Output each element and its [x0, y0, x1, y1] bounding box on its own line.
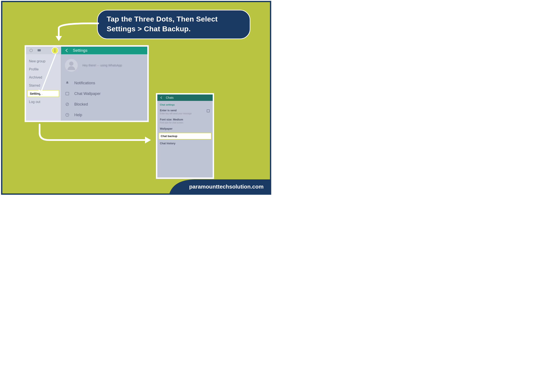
- svg-rect-1: [38, 49, 41, 51]
- tutorial-frame: Tap the Three Dots, Then Select Settings…: [1, 1, 271, 195]
- three-dots-button[interactable]: [51, 47, 58, 54]
- chats-row-enter-is-send[interactable]: Enter is send Enter key will send your m…: [157, 107, 213, 116]
- profile-status-text: Hey there! ··· using WhatsApp: [82, 64, 122, 67]
- back-arrow-icon[interactable]: [160, 96, 163, 99]
- settings-row-label: Chat Wallpaper: [74, 92, 100, 96]
- row-subtitle: Enter key will send your message: [160, 112, 210, 115]
- profile-row[interactable]: Hey there! ··· using WhatsApp: [61, 54, 147, 78]
- menu-item-archived[interactable]: Archived: [26, 74, 61, 81]
- bell-icon: [65, 81, 70, 85]
- instruction-callout: Tap the Three Dots, Then Select Settings…: [97, 10, 250, 39]
- overflow-menu: New group Profile Archived Starred Setti…: [26, 54, 61, 121]
- menu-item-starred[interactable]: Starred: [26, 81, 61, 90]
- row-subtitle: Font size for chat screen: [160, 122, 210, 124]
- settings-list: Notifications Chat Wallpaper Blocked ? H…: [61, 78, 147, 120]
- menu-item-settings[interactable]: Settings: [27, 90, 59, 97]
- checkbox-icon[interactable]: [207, 109, 210, 112]
- shot2-topbar: Chats: [157, 94, 213, 101]
- menu-item-new-group[interactable]: New group: [26, 57, 61, 65]
- shot2-title: Chats: [166, 96, 174, 99]
- screenshot-settings-menu: Settings New group Profile Archived Star…: [25, 45, 149, 122]
- help-icon: ?: [65, 113, 70, 117]
- message-icon: [37, 48, 41, 53]
- settings-row-label: Help: [74, 113, 82, 117]
- back-arrow-icon[interactable]: [65, 48, 69, 53]
- shot1-topbar: Settings: [26, 47, 147, 54]
- shot2-bg: Chats Chat settings Enter is send Enter …: [157, 94, 213, 178]
- chats-row-chat-backup[interactable]: Chat backup: [159, 133, 211, 139]
- blocked-icon: [65, 102, 70, 107]
- status-ring-icon: [29, 48, 33, 53]
- svg-rect-2: [66, 92, 69, 95]
- svg-point-0: [30, 49, 32, 52]
- svg-text:?: ?: [67, 114, 68, 116]
- settings-row-chat-wallpaper[interactable]: Chat Wallpaper: [65, 88, 143, 99]
- settings-row-label: Blocked: [74, 102, 88, 107]
- svg-line-4: [66, 103, 68, 105]
- menu-item-logout[interactable]: Log out: [26, 98, 61, 106]
- menu-item-profile[interactable]: Profile: [26, 65, 61, 74]
- settings-body: Hey there! ··· using WhatsApp Notificati…: [61, 54, 147, 121]
- row-title: Enter is send: [160, 109, 210, 112]
- settings-row-notifications[interactable]: Notifications: [65, 78, 143, 88]
- section-label-chat-settings: Chat settings: [157, 101, 213, 107]
- row-title: Font size: Medium: [160, 118, 210, 121]
- row-title: Chat history: [160, 142, 210, 145]
- avatar-icon: [65, 59, 78, 72]
- chats-row-font-size[interactable]: Font size: Medium Font size for chat scr…: [157, 116, 213, 126]
- chats-row-wallpaper[interactable]: Wallpaper: [157, 126, 213, 132]
- arrow-shot1-to-shot2: [34, 123, 154, 145]
- row-title: Wallpaper: [160, 127, 210, 130]
- settings-row-label: Notifications: [74, 81, 95, 85]
- footer-brand: paramounttechsolution.com: [189, 184, 264, 190]
- settings-row-blocked[interactable]: Blocked: [65, 99, 143, 110]
- chats-row-chat-history[interactable]: Chat history: [157, 140, 213, 147]
- settings-row-help[interactable]: ? Help: [65, 110, 143, 120]
- three-dots-icon: [55, 49, 55, 52]
- instruction-text: Tap the Three Dots, Then Select Settings…: [107, 15, 217, 33]
- shot1-title: Settings: [73, 48, 87, 53]
- row-title: Chat backup: [161, 135, 209, 138]
- arrow-callout-to-shot1: [47, 20, 100, 44]
- screenshot-chats-settings: Chats Chat settings Enter is send Enter …: [156, 93, 214, 179]
- image-icon: [65, 91, 70, 96]
